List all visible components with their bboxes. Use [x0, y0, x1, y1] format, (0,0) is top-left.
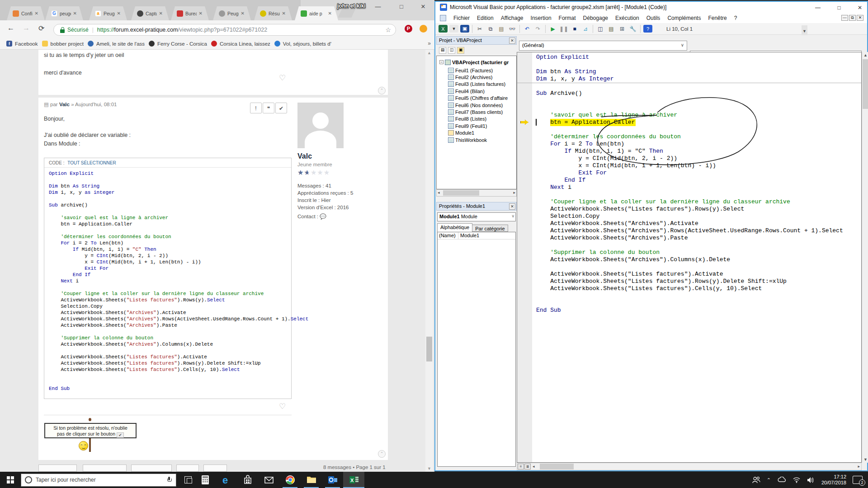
volume-icon[interactable] [807, 477, 815, 483]
pause-icon[interactable]: ❚❚ [559, 24, 569, 33]
taskbar-mail-button[interactable] [258, 472, 279, 488]
forum-action-button-4[interactable] [176, 465, 199, 472]
taskbar-store-button[interactable] [237, 472, 258, 488]
cut-icon[interactable]: ✂ [475, 24, 485, 33]
menu-complments[interactable]: Compléments [664, 14, 704, 22]
pinterest-extension-icon[interactable]: P [405, 25, 412, 33]
mdi-close-button[interactable]: ✕ [857, 15, 863, 21]
toolbar-overflow-button[interactable]: ▼ [802, 25, 807, 35]
like-icon[interactable]: ♡ [279, 73, 286, 83]
project-explorer-icon[interactable]: ◫ [595, 24, 605, 33]
tree-item-feuil6[interactable]: Feuil6 (Nos données) [448, 102, 503, 108]
tree-item-feuil8[interactable]: Feuil8 (Listes) [448, 116, 486, 122]
bookmarks-overflow[interactable]: » [428, 40, 431, 47]
scroll-top-button-2[interactable]: ⌃ [378, 450, 386, 458]
menu-fichier[interactable]: Fichier [450, 14, 473, 22]
object-combo[interactable]: (Général)∨ [519, 41, 687, 51]
taskbar-explorer-button[interactable] [301, 472, 322, 488]
browser-minimize-button[interactable]: — [373, 3, 382, 11]
tree-item-feuil3[interactable]: Feuil3 (Listes factures) [448, 81, 505, 88]
help-icon[interactable]: ? [643, 25, 652, 33]
browser-tab-8[interactable]: aide p✕ [295, 6, 338, 20]
forum-action-button-3[interactable] [131, 465, 172, 472]
report-button[interactable]: ! [250, 103, 262, 113]
taskbar-outlook-button[interactable] [322, 472, 343, 488]
like-icon-2[interactable]: ♡ [279, 402, 286, 411]
bookmark-3[interactable]: Ameli, le site de l'ass [88, 41, 145, 47]
tree-item-feuil5[interactable]: Feuil5 (Chiffres d'affaire [448, 95, 508, 102]
forum-action-button-1[interactable] [38, 465, 77, 472]
taskbar-calculator-button[interactable] [194, 472, 216, 488]
properties-object-combo[interactable]: Module1 Module∨ [437, 212, 516, 221]
tab-close-icon[interactable]: ✕ [328, 11, 332, 16]
bookmark-star-icon[interactable]: ☆ [385, 26, 391, 33]
scroll-top-button[interactable]: ⌃ [378, 87, 386, 94]
design-mode-icon[interactable]: ⊿ [580, 24, 590, 33]
taskbar-clock[interactable]: 17:1220/07/2018 [821, 474, 846, 486]
browser-tab-2[interactable]: Gpeuge✕ [45, 6, 83, 20]
tab-categorized[interactable]: Par catégorie [472, 225, 508, 232]
vba-minimize-button[interactable]: — [813, 4, 823, 11]
bookmark-4[interactable]: Ferry Corse - Corsica [149, 41, 207, 47]
microphone-icon[interactable] [167, 477, 171, 483]
browser-tab-4[interactable]: Captu✕ [131, 6, 169, 20]
tab-alphabetic[interactable]: Alphabétique [437, 223, 472, 232]
tab-close-icon[interactable]: ✕ [35, 11, 38, 16]
browser-tab-3[interactable]: aPeuge✕ [89, 6, 127, 20]
menu-?[interactable]: ? [731, 14, 741, 22]
menu-fentre[interactable]: Fenêtre [704, 14, 730, 22]
mdi-restore-button[interactable]: ⧉ [849, 15, 856, 21]
reload-button[interactable]: ⟳ [38, 24, 44, 33]
orange-extension-icon[interactable] [420, 25, 427, 33]
code-vscrollbar[interactable]: ▲▼ [862, 52, 868, 463]
browser-maximize-button[interactable]: □ [397, 3, 406, 11]
run-icon[interactable]: ▶ [548, 24, 558, 33]
taskbar-chrome-button[interactable] [279, 472, 301, 488]
vba-close-button[interactable]: ✕ [855, 4, 865, 11]
tab-close-icon[interactable]: ✕ [199, 11, 203, 16]
forum-action-button-5[interactable] [203, 465, 227, 472]
tree-root[interactable]: −VBAProject (facturier gr [439, 59, 509, 66]
toolbox-icon[interactable]: 🔧 [628, 24, 638, 33]
menu-outils[interactable]: Outils [643, 14, 664, 22]
tab-close-icon[interactable]: ✕ [73, 11, 77, 16]
menu-dbogage[interactable]: Débogage [580, 14, 612, 22]
view-object-icon[interactable]: ◫ [448, 47, 455, 54]
taskbar-search[interactable]: Taper ici pour rechercher [21, 474, 176, 487]
browser-scrollbar[interactable]: ▲ ▼ [425, 50, 433, 472]
mdi-minimize-button[interactable]: — [841, 15, 848, 21]
taskbar-excel-button[interactable]: X [343, 472, 364, 488]
tab-close-icon[interactable]: ✕ [282, 11, 286, 16]
redo-icon[interactable]: ↷ [533, 24, 543, 33]
wifi-icon[interactable] [793, 477, 801, 483]
bookmark-1[interactable]: fFacebook [6, 41, 38, 47]
vba-maximize-button[interactable]: □ [834, 4, 844, 11]
tree-item-feuil7[interactable]: Feuil7 (Bases clients) [448, 108, 503, 115]
tab-close-icon[interactable]: ✕ [117, 11, 121, 16]
quote-button[interactable]: ❝ [263, 103, 274, 113]
tray-expand-icon[interactable]: ⌃ [767, 477, 771, 483]
view-code-icon[interactable]: ▤ [439, 47, 446, 54]
tree-item-feuil2[interactable]: Feuil2 (Archives) [448, 74, 493, 80]
back-button[interactable]: ← [7, 24, 14, 32]
excel-icon[interactable]: X [439, 25, 448, 33]
browser-tab-5[interactable]: Burea✕ [171, 6, 209, 20]
browser-tab-6[interactable]: Peuge✕ [213, 6, 251, 20]
object-browser-icon[interactable]: ⊞ [617, 24, 627, 33]
stop-icon[interactable]: ■ [570, 24, 580, 33]
property-name-value[interactable]: Module1 [458, 232, 515, 239]
bookmark-6[interactable]: Vol, séjours, billets d' [274, 41, 331, 47]
bookmark-2[interactable]: bobber project [42, 41, 84, 47]
author-name[interactable]: Valc [297, 152, 312, 160]
address-bar[interactable]: Sécurisé | https://forum.excel-pratique.… [53, 24, 396, 36]
select-all-link[interactable]: TOUT SÉLECTIONNER [67, 160, 116, 165]
menu-insertion[interactable]: Insertion [527, 14, 555, 22]
start-button[interactable] [0, 472, 21, 488]
undo-icon[interactable]: ↶ [522, 24, 532, 33]
paste-icon[interactable]: ▤ [496, 24, 506, 33]
toggle-folders-icon[interactable]: ▣ [457, 47, 464, 54]
copy-icon[interactable]: ⧉ [486, 24, 495, 33]
properties-window-icon[interactable]: ▤ [606, 24, 616, 33]
taskbar-edge-button[interactable]: e [216, 472, 237, 488]
task-view-button[interactable] [182, 474, 194, 486]
